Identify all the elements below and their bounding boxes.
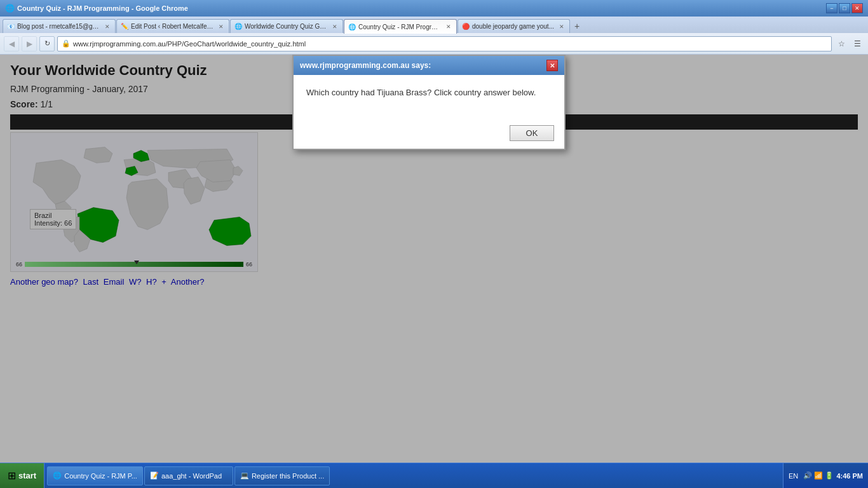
taskbar-app-1[interactable]: 📝 aaa_ght - WordPad: [144, 466, 233, 485]
tab-5-favicon: 🔴: [462, 23, 470, 30]
tab-1-favicon: 📧: [7, 23, 15, 30]
taskbar-apps: 🌐 Country Quiz - RJM P... 📝 aaa_ght - Wo…: [44, 466, 783, 485]
address-lock-icon: 🔒: [62, 39, 71, 48]
tab-5-close[interactable]: ✕: [558, 23, 566, 30]
modal-header-text: www.rjmprogramming.com.au says:: [300, 61, 431, 70]
taskbar-tray: EN 🔊 📶 🔋 4:46 PM: [783, 463, 868, 488]
start-icon: ⊞: [8, 470, 16, 482]
taskbar-app-0-title: Country Quiz - RJM P...: [64, 472, 137, 480]
tab-4-title: Country Quiz - RJM Programm...: [358, 24, 441, 30]
tab-1[interactable]: 📧 Blog post - rmetcalfe15@gm... ✕: [3, 19, 116, 33]
address-bar[interactable]: 🔒 www.rjmprogramming.com.au/PHP/GeoChart…: [57, 36, 832, 51]
taskbar-app-2-title: Register this Product ...: [252, 472, 324, 480]
tab-3[interactable]: 🌐 Worldwide Country Quiz Gam... ✕: [230, 19, 343, 33]
tab-3-favicon: 🌐: [234, 23, 242, 30]
tabs-bar: 📧 Blog post - rmetcalfe15@gm... ✕ ✏️ Edi…: [0, 17, 868, 33]
taskbar-app-2[interactable]: 💻 Register this Product ...: [234, 466, 330, 485]
title-bar: 🌐 Country Quiz - RJM Programming - Googl…: [0, 0, 868, 17]
nav-bar: ◀ ▶ ↻ 🔒 www.rjmprogramming.com.au/PHP/Ge…: [0, 33, 868, 55]
tab-4-close[interactable]: ✕: [445, 23, 452, 30]
tab-5-title: double jeopardy game yout...: [472, 23, 554, 30]
menu-button[interactable]: ☰: [850, 37, 864, 51]
taskbar-app-0[interactable]: 🌐 Country Quiz - RJM P...: [47, 466, 143, 485]
modal-close-button[interactable]: ✕: [546, 60, 558, 71]
tab-1-close[interactable]: ✕: [104, 23, 111, 30]
modal-header: www.rjmprogramming.com.au says: ✕: [294, 56, 564, 75]
back-button[interactable]: ◀: [4, 36, 19, 51]
window-controls: − □ ✕: [826, 3, 863, 13]
browser-icon: 🌐: [5, 4, 15, 13]
tray-time: 4:46 PM: [836, 472, 863, 480]
refresh-button[interactable]: ↻: [39, 36, 55, 51]
close-button[interactable]: ✕: [851, 3, 863, 13]
tab-4-favicon: 🌐: [348, 24, 356, 30]
tab-5[interactable]: 🔴 double jeopardy game yout... ✕: [458, 19, 570, 33]
bookmark-button[interactable]: ☆: [834, 37, 848, 51]
tab-2-favicon: ✏️: [121, 23, 128, 30]
taskbar-app-0-icon: 🌐: [53, 471, 62, 480]
tab-3-title: Worldwide Country Quiz Gam...: [245, 23, 327, 30]
new-tab-button[interactable]: +: [571, 19, 583, 33]
taskbar: ⊞ start 🌐 Country Quiz - RJM P... 📝 aaa_…: [0, 463, 868, 488]
tab-1-title: Blog post - rmetcalfe15@gm...: [17, 23, 100, 30]
minimize-button[interactable]: −: [826, 3, 837, 13]
start-button[interactable]: ⊞ start: [0, 463, 44, 488]
title-bar-text: Country Quiz - RJM Programming - Google …: [17, 4, 188, 12]
tab-3-close[interactable]: ✕: [331, 23, 339, 30]
modal-body: Which country had Tijuana Brass? Click c…: [294, 75, 564, 120]
browser-chrome: 🌐 Country Quiz - RJM Programming - Googl…: [0, 0, 868, 55]
taskbar-app-2-icon: 💻: [240, 471, 249, 480]
tab-2-close[interactable]: ✕: [217, 23, 225, 30]
address-text: www.rjmprogramming.com.au/PHP/GeoChart/w…: [73, 40, 306, 48]
taskbar-app-1-icon: 📝: [150, 471, 159, 480]
modal-question: Which country had Tijuana Brass? Click c…: [306, 88, 552, 97]
modal-dialog: www.rjmprogramming.com.au says: ✕ Which …: [292, 55, 566, 150]
nav-icons: ☆ ☰: [834, 37, 864, 51]
modal-overlay: www.rjmprogramming.com.au says: ✕ Which …: [0, 55, 868, 463]
tray-language: EN: [789, 472, 798, 480]
modal-ok-button[interactable]: OK: [510, 125, 554, 141]
start-label: start: [18, 471, 36, 480]
tab-2[interactable]: ✏️ Edit Post ‹ Robert Metcalfe B... ✕: [116, 19, 229, 33]
title-bar-left: 🌐 Country Quiz - RJM Programming - Googl…: [5, 4, 188, 13]
maximize-button[interactable]: □: [839, 3, 850, 13]
modal-footer: OK: [294, 120, 564, 149]
forward-button[interactable]: ▶: [22, 36, 37, 51]
tab-2-title: Edit Post ‹ Robert Metcalfe B...: [131, 23, 214, 30]
tab-4[interactable]: 🌐 Country Quiz - RJM Programm... ✕: [344, 19, 457, 34]
taskbar-app-1-title: aaa_ght - WordPad: [161, 472, 222, 480]
